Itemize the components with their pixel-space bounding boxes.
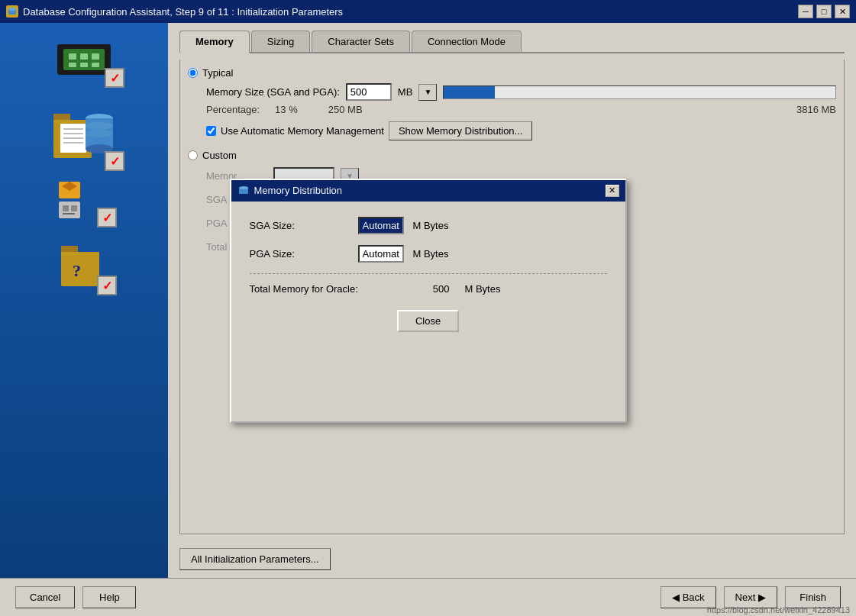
cancel-button[interactable]: Cancel	[15, 586, 75, 608]
title-bar-left: Database Configuration Assistant, Step 9…	[6, 5, 343, 18]
modal-overlay: Memory Distribution ✕ SGA Size: M Bytes …	[0, 23, 856, 578]
back-label: Back	[683, 592, 705, 603]
modal-button-row: Close	[250, 310, 607, 332]
sga-size-row: SGA Size: M Bytes	[250, 217, 607, 234]
title-bar: Database Configuration Assistant, Step 9…	[0, 0, 856, 23]
maximize-button[interactable]: □	[816, 5, 832, 18]
svg-point-34	[239, 186, 248, 189]
app-icon	[6, 5, 18, 18]
modal-close-button[interactable]: Close	[397, 310, 459, 332]
sga-size-unit: M Bytes	[413, 220, 449, 231]
modal-title-bar: Memory Distribution ✕	[231, 180, 625, 202]
next-arrow-icon: ▶	[758, 592, 766, 603]
close-button[interactable]: ✕	[835, 5, 850, 18]
total-memory-row: Total Memory for Oracle: 500 M Bytes	[250, 283, 607, 295]
modal-divider	[250, 273, 607, 274]
minimize-button[interactable]: ─	[798, 5, 813, 18]
watermark: https://blog.csdn.net/weixin_42289413	[707, 605, 850, 614]
help-button[interactable]: Help	[82, 586, 136, 608]
modal-content: SGA Size: M Bytes PGA Size: M Bytes Tota…	[231, 202, 625, 347]
modal-close-icon-button[interactable]: ✕	[606, 185, 619, 197]
total-memory-label: Total Memory for Oracle:	[250, 283, 402, 295]
modal-title-left: Memory Distribution	[237, 185, 343, 197]
memory-distribution-dialog: Memory Distribution ✕ SGA Size: M Bytes …	[230, 179, 627, 423]
pga-size-label: PGA Size:	[250, 248, 349, 260]
total-memory-value: 500	[412, 283, 450, 295]
svg-point-1	[8, 8, 16, 11]
total-memory-unit: M Bytes	[465, 283, 501, 295]
title-bar-controls: ─ □ ✕	[798, 5, 850, 18]
sga-size-input[interactable]	[358, 217, 404, 234]
pga-size-row: PGA Size: M Bytes	[250, 245, 607, 263]
modal-icon	[237, 185, 250, 197]
pga-size-input[interactable]	[358, 245, 404, 263]
sga-size-label: SGA Size:	[250, 220, 349, 231]
window-title: Database Configuration Assistant, Step 9…	[23, 6, 343, 18]
next-label: Next	[735, 592, 756, 603]
back-arrow-icon: ◀	[672, 592, 680, 603]
modal-title: Memory Distribution	[254, 185, 343, 196]
pga-size-unit: M Bytes	[413, 248, 449, 260]
